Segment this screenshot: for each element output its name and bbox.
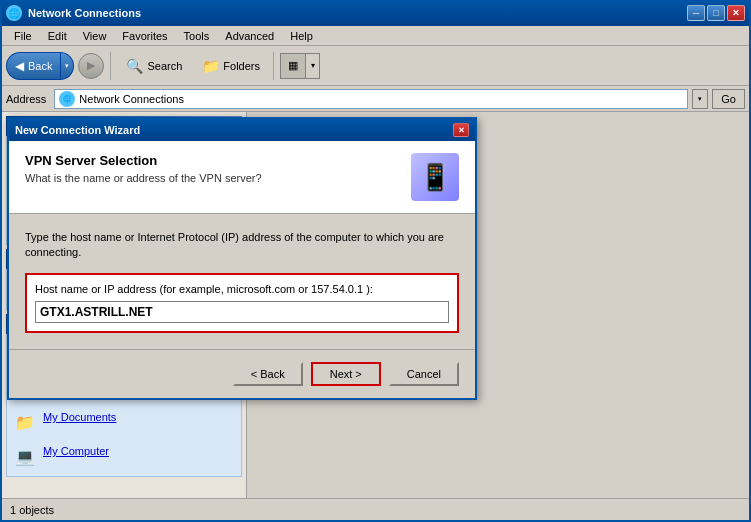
views-button[interactable]: ▦ (281, 54, 305, 78)
address-input[interactable]: 🌐 Network Connections (54, 89, 688, 109)
wizard-heading: VPN Server Selection (25, 153, 262, 168)
close-button[interactable]: ✕ (727, 5, 745, 21)
my-documents-label: My Documents (43, 410, 116, 424)
address-bar: Address 🌐 Network Connections ▾ Go (2, 86, 749, 112)
menu-view[interactable]: View (75, 28, 115, 44)
right-pane: New Connection Wizard ✕ VPN Server Selec… (247, 112, 749, 498)
vpn-host-input[interactable] (35, 301, 449, 323)
title-bar: 🌐 Network Connections ─ □ ✕ (2, 0, 749, 26)
status-bar: 1 objects (2, 498, 749, 520)
address-value: Network Connections (79, 93, 184, 105)
views-control: ▦ ▾ (280, 53, 320, 79)
wizard-titlebar: New Connection Wizard ✕ (9, 119, 475, 141)
wizard-input-group: Host name or IP address (for example, mi… (25, 273, 459, 333)
main-window: 🌐 Network Connections ─ □ ✕ File Edit Vi… (0, 0, 751, 522)
menu-bar: File Edit View Favorites Tools Advanced … (2, 26, 749, 46)
go-button[interactable]: Go (712, 89, 745, 109)
search-icon: 🔍 (124, 56, 144, 76)
maximize-button[interactable]: □ (707, 5, 725, 21)
wizard-input-label: Host name or IP address (for example, mi… (35, 283, 449, 295)
my-documents-icon: 📁 (13, 410, 37, 434)
back-button[interactable]: ◀ Back (6, 52, 60, 80)
wizard-footer: < Back Next > Cancel (9, 349, 475, 398)
back-button[interactable]: < Back (233, 362, 303, 386)
wizard-description: Type the host name or Internet Protocol … (25, 230, 459, 261)
menu-advanced[interactable]: Advanced (217, 28, 282, 44)
folders-button[interactable]: 📁 Folders (193, 50, 267, 82)
status-text: 1 objects (10, 504, 54, 516)
address-label: Address (6, 93, 50, 105)
wizard-title: New Connection Wizard (15, 124, 449, 136)
toolbar: ◀ Back ▾ ▶ 🔍 Search 📁 Folders ▦ ▾ (2, 46, 749, 86)
minimize-button[interactable]: ─ (687, 5, 705, 21)
toolbar-separator-2 (273, 52, 274, 80)
wizard-header-text: VPN Server Selection What is the name or… (25, 153, 262, 184)
folders-label: Folders (223, 60, 260, 72)
search-label: Search (147, 60, 182, 72)
views-dropdown-button[interactable]: ▾ (305, 54, 319, 78)
wizard-header-icon: 📱 (411, 153, 459, 201)
sidebar-item-my-computer[interactable]: 💻 My Computer (13, 444, 235, 468)
wizard-header: VPN Server Selection What is the name or… (9, 141, 475, 214)
next-button[interactable]: Next > (311, 362, 381, 386)
wizard-close-button[interactable]: ✕ (453, 123, 469, 137)
folders-icon: 📁 (200, 56, 220, 76)
my-computer-label: My Computer (43, 444, 109, 458)
search-button[interactable]: 🔍 Search (117, 50, 189, 82)
forward-button[interactable]: ▶ (78, 53, 104, 79)
back-icon: ◀ (15, 59, 24, 73)
wizard-subtext: What is the name or address of the VPN s… (25, 172, 262, 184)
wizard-window: New Connection Wizard ✕ VPN Server Selec… (7, 117, 477, 400)
title-bar-buttons: ─ □ ✕ (687, 5, 745, 21)
back-label: Back (28, 60, 52, 72)
forward-icon: ▶ (87, 59, 95, 72)
sidebar-item-my-documents[interactable]: 📁 My Documents (13, 410, 235, 434)
back-button-group: ◀ Back ▾ (6, 51, 74, 81)
address-icon: 🌐 (59, 91, 75, 107)
menu-file[interactable]: File (6, 28, 40, 44)
wizard-body: VPN Server Selection What is the name or… (9, 141, 475, 398)
window-title: Network Connections (28, 7, 681, 19)
menu-help[interactable]: Help (282, 28, 321, 44)
window-icon: 🌐 (6, 5, 22, 21)
cancel-button[interactable]: Cancel (389, 362, 459, 386)
menu-tools[interactable]: Tools (176, 28, 218, 44)
back-dropdown-button[interactable]: ▾ (60, 52, 74, 80)
menu-edit[interactable]: Edit (40, 28, 75, 44)
toolbar-separator-1 (110, 52, 111, 80)
wizard-content: Type the host name or Internet Protocol … (9, 214, 475, 349)
menu-favorites[interactable]: Favorites (114, 28, 175, 44)
address-dropdown-button[interactable]: ▾ (692, 89, 708, 109)
my-computer-icon: 💻 (13, 444, 37, 468)
